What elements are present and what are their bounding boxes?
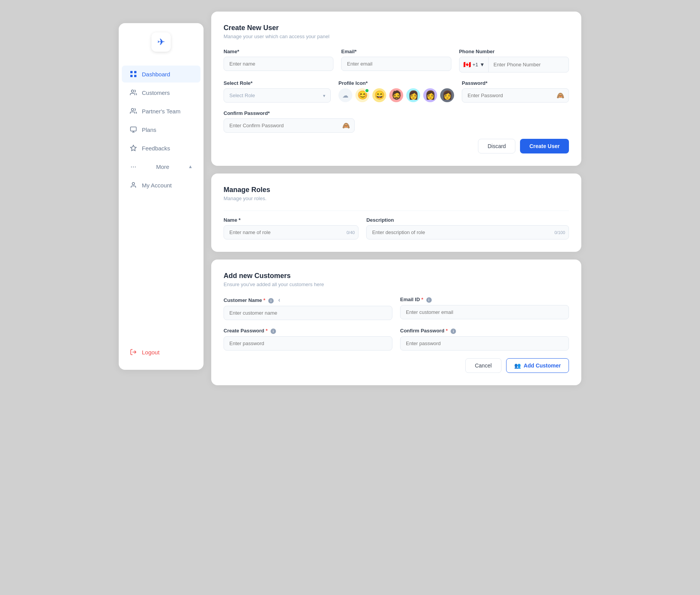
create-user-actions: Discard Create User: [224, 139, 569, 153]
customer-email-label: Email ID * i: [400, 297, 569, 303]
profile-icons-list: ☁ 😊 😄 🧔 👩: [338, 88, 454, 102]
profile-icon-4[interactable]: 👩: [406, 88, 420, 102]
create-password-info-icon[interactable]: i: [271, 329, 276, 334]
add-customers-title: Add new Customers: [224, 272, 569, 280]
customer-create-password-label: Create Password * i: [224, 328, 392, 334]
sidebar-item-more[interactable]: ··· More ▲: [122, 158, 200, 175]
customers-icon: [130, 89, 137, 96]
add-customers-subtitle: Ensure you've added all your customers h…: [224, 281, 569, 287]
manage-roles-title: Manage Roles: [224, 186, 569, 194]
role-select-wrapper: Select Role: [224, 88, 331, 103]
customer-name-label: Customer Name * i ‹: [224, 297, 392, 303]
role-name-count: 0/40: [347, 230, 355, 235]
email-label: Email*: [341, 49, 451, 54]
add-customers-form-row1: Customer Name * i ‹ Email ID * i: [224, 297, 569, 320]
sidebar-item-logout[interactable]: Logout: [122, 344, 200, 361]
confirm-password-group: Confirm Password* 🙈: [224, 110, 355, 133]
sidebar-item-partners-team[interactable]: Partner's Team: [122, 103, 200, 120]
manage-roles-subtitle: Manage your roles.: [224, 196, 569, 201]
role-name-input[interactable]: [224, 225, 358, 239]
password-eye-icon[interactable]: 🙈: [557, 92, 564, 99]
sidebar-item-label-customers: Customers: [142, 89, 170, 96]
logo-box: ✈: [151, 32, 171, 52]
role-name-group: Name * 0/40: [224, 217, 358, 239]
flag-emoji: 🇨🇦: [463, 61, 471, 68]
confirm-password-input[interactable]: [224, 118, 355, 133]
sidebar-item-my-account[interactable]: My Account: [122, 177, 200, 194]
phone-group: Phone Number 🇨🇦 +1 ▼: [459, 49, 569, 72]
role-description-group: Description 0/100: [366, 217, 569, 239]
confirm-password-eye-icon[interactable]: 🙈: [342, 122, 350, 129]
discard-button[interactable]: Discard: [478, 139, 515, 153]
password-input[interactable]: [462, 88, 569, 103]
email-group: Email*: [341, 49, 451, 72]
add-customer-button[interactable]: 👥 Add Customer: [506, 358, 569, 373]
chevron-left-icon[interactable]: ‹: [278, 297, 280, 303]
customer-confirm-password-group: Confirm Password * i: [400, 328, 569, 351]
phone-input[interactable]: [489, 58, 569, 71]
phone-input-wrapper: 🇨🇦 +1 ▼: [459, 57, 569, 72]
logout-icon: [130, 348, 137, 356]
customer-name-input[interactable]: [224, 306, 392, 320]
phone-dropdown-icon: ▼: [480, 62, 485, 67]
sidebar-item-plans[interactable]: Plans: [122, 121, 200, 138]
role-description-input[interactable]: [366, 225, 569, 239]
sidebar-item-feedbacks[interactable]: Feedbacks: [122, 140, 200, 157]
customer-confirm-password-input[interactable]: [400, 336, 569, 351]
svg-point-5: [131, 108, 134, 111]
customer-email-input[interactable]: [400, 305, 569, 319]
sidebar-item-dashboard[interactable]: Dashboard: [122, 66, 200, 83]
add-customers-actions: Cancel 👥 Add Customer: [224, 358, 569, 373]
name-input[interactable]: [224, 57, 333, 71]
sidebar-logo: ✈: [119, 32, 204, 52]
dashboard-icon: [130, 70, 137, 78]
profile-icon-2[interactable]: 😄: [372, 88, 386, 102]
phone-label: Phone Number: [459, 49, 569, 54]
customer-name-info-icon[interactable]: i: [268, 298, 274, 303]
sidebar-item-label-my-account: My Account: [142, 182, 172, 189]
svg-point-10: [132, 182, 135, 185]
svg-rect-3: [134, 75, 136, 77]
role-name-label: Name *: [224, 217, 358, 223]
sidebar-item-customers[interactable]: Customers: [122, 84, 200, 101]
customer-create-password-input[interactable]: [224, 336, 392, 351]
password-label: Password*: [462, 80, 569, 86]
add-customers-card: Add new Customers Ensure you've added al…: [211, 260, 581, 385]
manage-roles-form: Name * 0/40 Description 0/100: [224, 217, 569, 239]
create-user-title: Create New User: [224, 24, 569, 32]
role-description-count: 0/100: [554, 230, 565, 235]
profile-icon-cloud[interactable]: ☁: [338, 88, 352, 102]
role-description-input-wrapper: 0/100: [366, 225, 569, 239]
email-input[interactable]: [341, 57, 451, 71]
create-user-button[interactable]: Create User: [520, 139, 569, 153]
sidebar-item-label-partners-team: Partner's Team: [142, 108, 180, 115]
sidebar-item-label-dashboard: Dashboard: [142, 71, 170, 78]
role-group: Select Role* Select Role: [224, 80, 331, 103]
password-group: Password* 🙈: [462, 80, 569, 103]
phone-flag[interactable]: 🇨🇦 +1 ▼: [459, 57, 489, 72]
name-label: Name*: [224, 49, 333, 54]
profile-icon-6[interactable]: 👩: [440, 88, 454, 102]
my-account-icon: [130, 181, 137, 189]
add-customer-label: Add Customer: [524, 362, 561, 369]
profile-icon-5[interactable]: 👩: [423, 88, 437, 102]
sidebar-item-label-more: More: [156, 163, 169, 170]
more-chevron-icon: ▲: [188, 164, 193, 169]
confirm-password-label: Confirm Password*: [224, 110, 355, 116]
partners-icon: [130, 107, 137, 115]
customer-confirm-password-info-icon[interactable]: i: [451, 329, 456, 334]
cancel-button[interactable]: Cancel: [465, 358, 501, 373]
add-customers-form-row2: Create Password * i Confirm Password * i: [224, 328, 569, 351]
customer-email-info-icon[interactable]: i: [426, 297, 432, 303]
create-user-form-row1: Name* Email* Phone Number 🇨🇦 +1 ▼: [224, 49, 569, 72]
role-label: Select Role*: [224, 80, 331, 86]
more-icon: ···: [130, 163, 137, 170]
confirm-password-section: Confirm Password* 🙈: [224, 110, 355, 133]
svg-point-4: [131, 90, 134, 92]
customer-name-group: Customer Name * i ‹: [224, 297, 392, 320]
manage-roles-card: Manage Roles Manage your roles. Name * 0…: [211, 174, 581, 252]
create-user-card: Create New User Manage your user which c…: [211, 12, 581, 166]
role-select[interactable]: Select Role: [224, 88, 331, 103]
profile-icon-3[interactable]: 🧔: [389, 88, 403, 102]
profile-icon-1[interactable]: 😊: [355, 88, 369, 102]
